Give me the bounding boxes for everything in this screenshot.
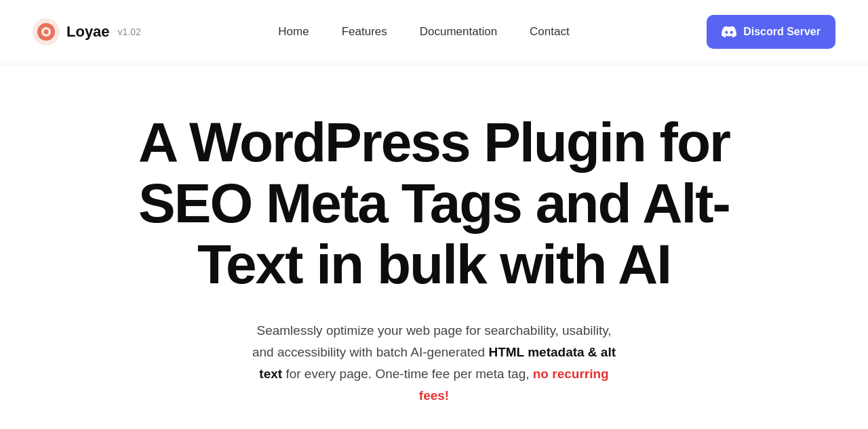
discord-icon xyxy=(722,24,736,39)
nav-item-contact[interactable]: Contact xyxy=(530,25,570,39)
nav-link-documentation[interactable]: Documentation xyxy=(420,25,497,38)
nav-item-home[interactable]: Home xyxy=(278,25,309,39)
logo-area: Loyae v1.02 xyxy=(33,18,141,45)
hero-subtitle-part2: for every page. One-time fee per meta ta… xyxy=(282,367,533,381)
nav-item-documentation[interactable]: Documentation xyxy=(420,25,497,39)
discord-button[interactable]: Discord Server xyxy=(707,15,835,49)
nav-link-contact[interactable]: Contact xyxy=(530,25,570,38)
nav-link-home[interactable]: Home xyxy=(278,25,309,38)
nav-item-features[interactable]: Features xyxy=(342,25,387,39)
logo-icon xyxy=(33,18,60,45)
discord-button-label: Discord Server xyxy=(743,26,821,38)
hero-title: A WordPress Plugin for SEO Meta Tags and… xyxy=(136,112,732,295)
logo-version: v1.02 xyxy=(118,26,141,37)
nav-link-features[interactable]: Features xyxy=(342,25,387,38)
hero-section: A WordPress Plugin for SEO Meta Tags and… xyxy=(0,64,868,429)
nav-links: Home Features Documentation Contact xyxy=(278,25,569,39)
navbar: Loyae v1.02 Home Features Documentation … xyxy=(0,0,868,64)
logo-name: Loyae xyxy=(66,23,110,41)
hero-subtitle: Seamlessly optimize your web page for se… xyxy=(244,320,624,407)
svg-point-3 xyxy=(44,30,49,35)
